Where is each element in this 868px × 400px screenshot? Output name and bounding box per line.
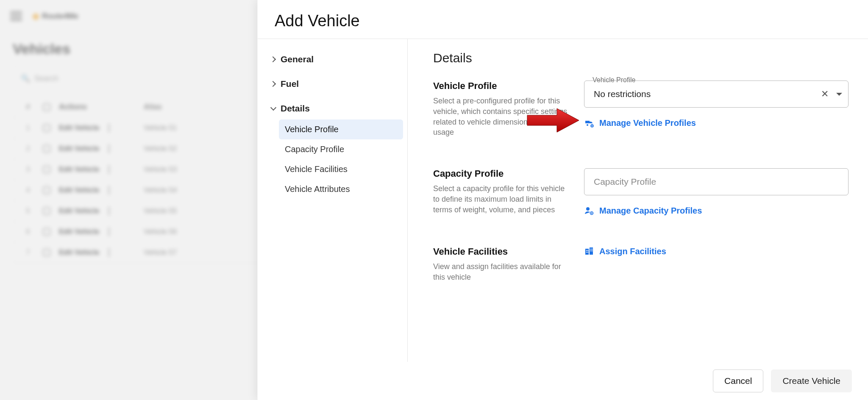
nav-group-details[interactable]: Details [266, 98, 403, 119]
nav-item-capacity-profile[interactable]: Capacity Profile [279, 139, 403, 159]
chevron-right-icon [270, 81, 276, 87]
vehicle-facilities-title: Vehicle Facilities [433, 246, 569, 257]
nav-item-vehicle-facilities[interactable]: Vehicle Facilities [279, 159, 403, 179]
vehicle-profile-title: Vehicle Profile [433, 81, 569, 92]
vehicle-facilities-desc: View and assign facilities available for… [433, 261, 569, 283]
user-gear-icon [584, 206, 594, 216]
cancel-button[interactable]: Cancel [713, 369, 763, 392]
chevron-right-icon [270, 56, 276, 62]
truck-gear-icon [584, 118, 594, 128]
vehicle-profile-desc: Select a pre-configured profile for this… [433, 96, 569, 138]
capacity-profile-input[interactable]: Capacity Profile [584, 168, 849, 195]
nav-label-general: General [281, 54, 314, 64]
nav-label-details: Details [281, 103, 310, 114]
add-vehicle-drawer: Add Vehicle General Fuel Details [257, 0, 868, 400]
svg-rect-6 [587, 250, 588, 251]
svg-rect-8 [587, 252, 588, 253]
svg-rect-10 [592, 249, 593, 250]
section-vehicle-facilities: Vehicle Facilities View and assign facil… [433, 246, 849, 283]
nav-group-general[interactable]: General [266, 49, 403, 69]
nav-group-fuel[interactable]: Fuel [266, 74, 403, 94]
section-capacity-profile: Capacity Profile Select a capacity profi… [433, 168, 849, 216]
capacity-profile-title: Capacity Profile [433, 168, 569, 179]
chevron-down-icon [270, 106, 276, 111]
buildings-icon [584, 246, 594, 256]
assign-facilities-link[interactable]: Assign Facilities [584, 246, 849, 256]
drawer-side-nav: General Fuel Details Vehicle Profile Cap… [258, 39, 408, 362]
create-vehicle-button[interactable]: Create Vehicle [771, 369, 852, 392]
drawer-footer: Cancel Create Vehicle [258, 362, 868, 400]
manage-capacity-profiles-link[interactable]: Manage Capacity Profiles [584, 206, 849, 216]
drawer-title: Add Vehicle [275, 12, 851, 30]
svg-point-1 [586, 207, 590, 211]
details-panel: Details Vehicle Profile Select a pre-con… [408, 39, 868, 362]
svg-rect-12 [592, 250, 593, 251]
capacity-profile-desc: Select a capacity profile for this vehic… [433, 183, 569, 215]
manage-capacity-profiles-label: Manage Capacity Profiles [599, 206, 702, 216]
section-vehicle-profile: Vehicle Profile Select a pre-configured … [433, 81, 849, 138]
capacity-profile-placeholder: Capacity Profile [594, 177, 656, 187]
drawer-header: Add Vehicle [258, 0, 868, 39]
nav-label-fuel: Fuel [281, 79, 299, 89]
assign-facilities-label: Assign Facilities [599, 247, 666, 256]
vehicle-profile-select[interactable]: No restrictions ✕ [584, 81, 849, 108]
svg-rect-7 [586, 252, 587, 253]
vehicle-profile-value: No restrictions [594, 89, 651, 99]
svg-rect-9 [590, 249, 591, 250]
nav-item-vehicle-profile[interactable]: Vehicle Profile [279, 119, 403, 139]
manage-vehicle-profiles-label: Manage Vehicle Profiles [599, 118, 696, 128]
manage-vehicle-profiles-link[interactable]: Manage Vehicle Profiles [584, 118, 849, 128]
svg-rect-11 [590, 250, 591, 251]
modal-overlay [0, 0, 257, 400]
clear-icon[interactable]: ✕ [821, 89, 829, 100]
details-heading: Details [433, 51, 849, 65]
svg-rect-5 [586, 250, 587, 251]
caret-down-icon[interactable] [836, 93, 842, 96]
nav-item-vehicle-attributes[interactable]: Vehicle Attributes [279, 179, 403, 199]
